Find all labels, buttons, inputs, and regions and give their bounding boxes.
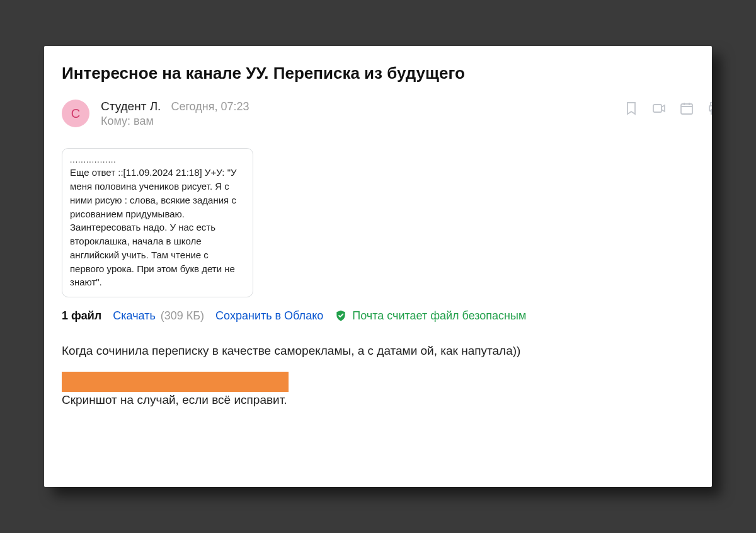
email-body-line-1: Когда сочинила переписку в качестве само… [62,344,712,358]
sent-time: Сегодня, 07:23 [171,100,249,113]
safe-badge: Почта считает файл безопасным [335,309,526,323]
quote-dots: ................. [70,155,245,166]
quote-text: Еще ответ ::[11.09.2024 21:18] У+У: "У м… [70,166,245,289]
recipient-prefix: Кому: [101,115,130,127]
avatar: С [62,100,89,127]
calendar-icon[interactable] [678,100,696,117]
email-subject: Интересное на канале УУ. Переписка из бу… [44,64,712,95]
sender-name: Студент Л. [101,100,161,113]
svg-rect-1 [681,104,692,114]
save-to-cloud-link[interactable]: Сохранить в Облако [215,309,323,323]
redaction-bar [62,372,289,392]
email-body-line-2: Скриншот на случай, если всё исправит. [62,393,712,407]
email-card: Интересное на канале УУ. Переписка из бу… [44,46,712,487]
sender-block: Студент Л. Сегодня, 07:23 Кому: вам [101,100,622,128]
email-toolbar [622,100,712,117]
safe-text: Почта считает файл безопасным [352,309,526,323]
video-icon[interactable] [650,100,668,117]
svg-rect-4 [711,110,712,114]
recipient-line: Кому: вам [101,115,622,128]
print-icon[interactable] [706,100,712,117]
attachment-row: 1 файл Скачать (309 КБ) Сохранить в Обла… [62,309,712,323]
attachment-count: 1 файл [62,309,101,323]
email-header: С Студент Л. Сегодня, 07:23 Кому: вам [44,95,712,135]
quoted-message: ................. Еще ответ ::[11.09.202… [62,148,253,297]
download-link[interactable]: Скачать [113,309,156,323]
recipient-value: вам [134,115,154,127]
shield-check-icon [335,309,347,323]
svg-rect-0 [653,105,662,112]
bookmark-icon[interactable] [622,100,640,117]
attachment-size: (309 КБ) [161,309,204,323]
